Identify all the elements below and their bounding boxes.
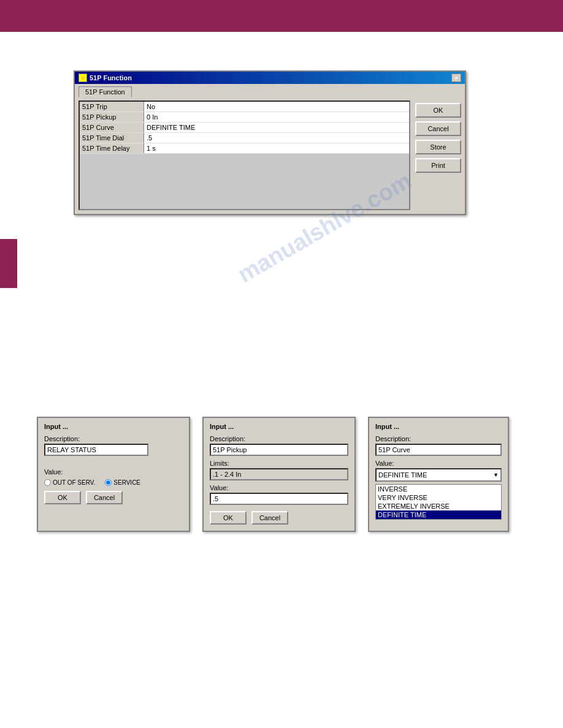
input-dialog2-value-label: Value:: [210, 484, 348, 491]
relay-status-description-field[interactable]: [44, 444, 148, 456]
empty-rows-area: [80, 154, 409, 209]
curve-description-field[interactable]: [375, 444, 502, 456]
radio-out-of-serv-text: OUT OF SERV.: [53, 479, 95, 486]
input-dialog3-value-label: Value:: [375, 460, 502, 467]
dialog-titlebar: ⚡ 51P Function ×: [75, 72, 465, 84]
curve-dropdown-value: DEFINITE TIME: [378, 471, 427, 479]
dialog-close-button[interactable]: ×: [451, 74, 461, 82]
curve-dropdown-list: INVERSE VERY INVERSE EXTREMELY INVERSE D…: [375, 484, 502, 520]
dialog-title: 51P Function: [90, 74, 132, 82]
dialog-51p-function: ⚡ 51P Function × 51P Function 51P Trip N…: [74, 70, 466, 215]
cancel-button[interactable]: Cancel: [415, 121, 461, 136]
input-dialog1-buttons: OK Cancel: [44, 491, 183, 504]
cell-value-pickup[interactable]: 0 In: [144, 112, 409, 122]
dialog-body: 51P Trip No 51P Pickup 0 In 51P Curve DE…: [75, 97, 465, 214]
limits-label: Limits:: [210, 460, 348, 467]
print-button[interactable]: Print: [415, 158, 461, 173]
radio-group-service: OUT OF SERV. SERVICE: [44, 479, 183, 486]
cell-value-time-delay[interactable]: 1 s: [144, 143, 409, 153]
table-row: 51P Time Delay 1 s: [80, 143, 409, 154]
data-table: 51P Trip No 51P Pickup 0 In 51P Curve DE…: [79, 100, 410, 210]
table-row: 51P Time Dial .5: [80, 133, 409, 143]
dropdown-option-extremely-inverse[interactable]: EXTREMELY INVERSE: [376, 502, 501, 510]
action-buttons-panel: OK Cancel Store Print: [415, 100, 461, 210]
table-row: 51P Pickup 0 In: [80, 112, 409, 123]
input-dialog3-title: Input ...: [375, 423, 502, 430]
curve-dropdown-container: DEFINITE TIME ▼ INVERSE VERY INVERSE EXT…: [375, 468, 502, 520]
cell-label-curve: 51P Curve: [80, 123, 144, 132]
radio-out-of-serv-label[interactable]: OUT OF SERV.: [44, 479, 95, 486]
input-dialog1-cancel[interactable]: Cancel: [86, 491, 123, 504]
pickup-description-field[interactable]: [210, 444, 348, 456]
input-dialog1-value-label: Value:: [44, 468, 183, 476]
table-row: 51P Trip No: [80, 102, 409, 112]
top-banner: [0, 0, 563, 32]
input-dialog2-ok[interactable]: OK: [210, 511, 247, 525]
dropdown-option-definite-time[interactable]: DEFINITE TIME: [376, 510, 501, 519]
left-accent: [0, 239, 17, 288]
cell-label-time-delay: 51P Time Delay: [80, 143, 144, 153]
dropdown-option-inverse[interactable]: INVERSE: [376, 485, 501, 493]
input-dialog-51p-curve: Input ... Description: Value: DEFINITE T…: [368, 417, 509, 532]
limits-field: [210, 468, 348, 480]
table-container: 51P Trip No 51P Pickup 0 In 51P Curve DE…: [79, 100, 410, 210]
radio-service-label[interactable]: SERVICE: [105, 479, 140, 486]
cell-value-trip[interactable]: No: [144, 102, 409, 112]
ok-button[interactable]: OK: [415, 103, 461, 118]
curve-dropdown[interactable]: DEFINITE TIME ▼: [375, 468, 502, 482]
cell-label-pickup: 51P Pickup: [80, 112, 144, 122]
radio-service-text: SERVICE: [113, 479, 140, 486]
input-dialog1-ok[interactable]: OK: [44, 491, 81, 504]
store-button[interactable]: Store: [415, 140, 461, 154]
input-dialogs-row: Input ... Description: Value: OUT OF SER…: [37, 417, 509, 532]
input-dialog1-desc-label: Description:: [44, 435, 183, 442]
input-dialog2-title: Input ...: [210, 423, 348, 430]
table-row: 51P Curve DEFINITE TIME: [80, 123, 409, 133]
input-dialog-51p-pickup: Input ... Description: Limits: Value: OK…: [202, 417, 356, 532]
input-dialog2-cancel[interactable]: Cancel: [251, 511, 288, 525]
input-dialog-relay-status: Input ... Description: Value: OUT OF SER…: [37, 417, 190, 532]
input-dialog2-buttons: OK Cancel: [210, 511, 348, 525]
cell-value-time-dial[interactable]: .5: [144, 133, 409, 143]
dropdown-option-very-inverse[interactable]: VERY INVERSE: [376, 493, 501, 502]
input-dialog1-title: Input ...: [44, 423, 183, 430]
dropdown-arrow-icon: ▼: [493, 472, 499, 478]
cell-label-trip: 51P Trip: [80, 102, 144, 112]
tab-row: 51P Function: [75, 84, 465, 97]
radio-service[interactable]: [105, 479, 112, 486]
title-icon: ⚡: [79, 74, 87, 82]
radio-out-of-serv[interactable]: [44, 479, 51, 486]
cell-value-curve[interactable]: DEFINITE TIME: [144, 123, 409, 132]
pickup-value-field[interactable]: [210, 493, 348, 505]
tab-51p-function[interactable]: 51P Function: [79, 86, 132, 97]
input-dialog3-desc-label: Description:: [375, 435, 502, 442]
input-dialog2-desc-label: Description:: [210, 435, 348, 442]
cell-label-time-dial: 51P Time Dial: [80, 133, 144, 143]
dialog-title-text: ⚡ 51P Function: [79, 74, 132, 82]
